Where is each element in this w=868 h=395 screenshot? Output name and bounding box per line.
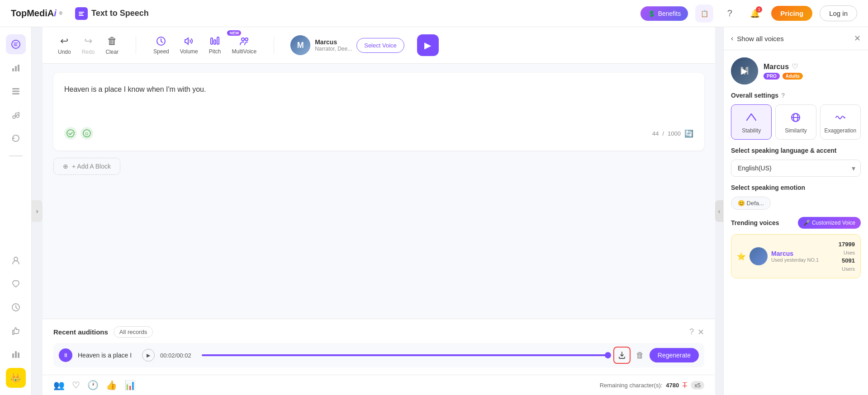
undo-button[interactable]: ↩ Undo bbox=[53, 33, 76, 58]
volume-button[interactable]: Volume bbox=[175, 33, 203, 57]
sidebar-item-thumbs[interactable] bbox=[6, 321, 26, 341]
text-content[interactable]: Heaven is a place I know when I'm with y… bbox=[64, 84, 693, 120]
panel-back-label[interactable]: Show all voices bbox=[737, 35, 850, 42]
redo-button[interactable]: ↪ Redo bbox=[77, 33, 100, 58]
svg-rect-16 bbox=[18, 353, 19, 358]
char-max: 1000 bbox=[668, 130, 681, 137]
app-title-icon bbox=[75, 7, 88, 20]
sidebar-divider bbox=[9, 155, 23, 156]
login-button[interactable]: Log in bbox=[820, 5, 857, 21]
audio-time: 00:02/00:02 bbox=[160, 352, 196, 359]
sidebar-item-heart[interactable] bbox=[6, 274, 26, 294]
speed-button[interactable]: Speed bbox=[149, 33, 174, 57]
panel-close-button[interactable]: ✕ bbox=[854, 33, 861, 43]
lang-icon: T̶ bbox=[683, 381, 687, 390]
status-icons: 👥 ♡ 🕐 👍 📊 bbox=[53, 380, 136, 390]
select-voice-button[interactable]: Select Voice bbox=[356, 38, 404, 53]
favorites-icon[interactable]: ♡ bbox=[72, 380, 80, 390]
trending-info: Marcus Used yesterday NO.1 bbox=[771, 250, 834, 263]
sidebar-item-tts[interactable] bbox=[6, 34, 26, 54]
benefits-button[interactable]: 💲 Benefits bbox=[640, 6, 688, 21]
regenerate-button[interactable]: Regenerate bbox=[650, 348, 699, 362]
similarity-card[interactable]: Similarity bbox=[775, 104, 816, 140]
recent-close-icon[interactable]: ✕ bbox=[697, 327, 704, 337]
trending-voice-name[interactable]: Marcus bbox=[771, 250, 834, 257]
sidebar-item-people[interactable] bbox=[6, 250, 26, 270]
overall-settings-section: Overall settings ? bbox=[731, 92, 861, 99]
similarity-label: Similarity bbox=[785, 127, 807, 134]
sidebar-item-refresh[interactable] bbox=[6, 128, 26, 148]
play-button[interactable]: ▶ bbox=[417, 34, 439, 56]
clear-button[interactable]: 🗑 Clear bbox=[101, 33, 123, 58]
speed-icon bbox=[156, 36, 166, 47]
trending-users-count: 5091 bbox=[839, 256, 855, 264]
svg-rect-1 bbox=[79, 13, 83, 14]
add-block-button[interactable]: ⊕ + Add A Block bbox=[53, 158, 120, 175]
remaining-count: 4780 bbox=[666, 382, 679, 389]
exaggeration-card[interactable]: Exaggeration bbox=[820, 104, 861, 140]
similarity-icon bbox=[788, 110, 803, 125]
trending-users-label: Users bbox=[839, 264, 855, 273]
sidebar-bottom: 👑 bbox=[6, 250, 26, 388]
app-title: Text to Speech bbox=[75, 7, 149, 20]
grammarly-icon[interactable] bbox=[64, 127, 77, 140]
audio-play2-button[interactable]: ▶ bbox=[142, 349, 155, 362]
toolbar-history-group: ↩ Undo ↪ Redo 🗑 Clear bbox=[53, 33, 123, 58]
brand-name: TopMediAi bbox=[11, 8, 57, 19]
voice-card: M ▶ Marcus ♡ PRO Adults bbox=[731, 57, 861, 85]
heart-icon[interactable]: ♡ bbox=[792, 62, 798, 71]
pitch-button[interactable]: Pitch bbox=[204, 33, 226, 57]
sidebar-item-clock[interactable] bbox=[6, 297, 26, 317]
audio-progress-bar[interactable] bbox=[202, 354, 608, 356]
history-icon[interactable]: 🕐 bbox=[87, 380, 99, 390]
sidebar-item-leaderboard[interactable] bbox=[6, 344, 26, 364]
multivoice-button[interactable]: MultiVoice bbox=[227, 33, 261, 57]
speed-label: Speed bbox=[153, 48, 169, 55]
stats-icon[interactable]: 📊 bbox=[124, 380, 136, 390]
trending-users-text: Users bbox=[842, 266, 855, 272]
notes-button[interactable]: 📋 bbox=[695, 5, 713, 23]
sidebar-item-music[interactable] bbox=[6, 105, 26, 125]
help-button[interactable]: ? bbox=[721, 5, 739, 23]
center-content: ↩ Undo ↪ Redo 🗑 Clear Speed bbox=[43, 27, 715, 395]
overall-settings-help[interactable]: ? bbox=[781, 92, 785, 99]
sidebar-item-library[interactable] bbox=[6, 81, 26, 101]
delete-button[interactable]: 🗑 bbox=[636, 351, 644, 360]
exaggeration-label: Exaggeration bbox=[824, 127, 856, 134]
voice-card-name-text: Marcus bbox=[764, 63, 789, 71]
download-button[interactable] bbox=[613, 347, 631, 364]
svg-rect-9 bbox=[12, 93, 19, 94]
toolbar: ↩ Undo ↪ Redo 🗑 Clear Speed bbox=[43, 27, 715, 64]
spellcheck-icon[interactable]: G bbox=[81, 127, 93, 140]
trending-voice-badge: Used yesterday NO.1 bbox=[771, 257, 834, 263]
pricing-button[interactable]: Pricing bbox=[771, 6, 812, 21]
customized-voice-button[interactable]: 🎤 Customized Voice bbox=[798, 217, 861, 229]
multivoice-icon bbox=[239, 36, 250, 47]
toolbar-separator-2 bbox=[274, 36, 274, 54]
trending-avatar bbox=[749, 247, 768, 265]
audio-pause-button[interactable]: ⏸ bbox=[59, 348, 72, 362]
all-records-button[interactable]: All records bbox=[114, 326, 153, 338]
stability-card[interactable]: Stability bbox=[731, 104, 772, 140]
settings-grid: Stability Similarity Exaggeration bbox=[731, 104, 861, 140]
emotion-chip[interactable]: 😊 Defa... bbox=[731, 197, 771, 210]
char-current: 44 bbox=[652, 130, 659, 137]
multiplier-badge: x5 bbox=[691, 381, 704, 390]
bell-button[interactable]: 🔔 1 bbox=[746, 5, 764, 23]
brand-tm: ® bbox=[59, 11, 62, 16]
bell-badge: 1 bbox=[756, 6, 762, 13]
sidebar-crown-button[interactable]: 👑 bbox=[6, 368, 26, 388]
right-collapse-button[interactable]: ‹ bbox=[715, 200, 723, 222]
sidebar-collapse-button[interactable]: › bbox=[32, 200, 43, 222]
refresh-icon[interactable]: 🔄 bbox=[684, 129, 693, 138]
voice-card-play-button[interactable]: ▶ bbox=[731, 57, 758, 85]
recent-help-icon[interactable]: ? bbox=[689, 327, 694, 337]
like-icon[interactable]: 👍 bbox=[106, 380, 117, 390]
clear-label: Clear bbox=[105, 49, 119, 55]
language-select[interactable]: English(US) English(UK) English(AU) bbox=[731, 160, 861, 177]
share-icon[interactable]: 👥 bbox=[53, 380, 65, 390]
sidebar-item-charts[interactable] bbox=[6, 58, 26, 78]
svg-rect-7 bbox=[12, 88, 19, 89]
trending-title: Trending voices bbox=[731, 219, 779, 226]
svg-rect-19 bbox=[214, 40, 216, 44]
